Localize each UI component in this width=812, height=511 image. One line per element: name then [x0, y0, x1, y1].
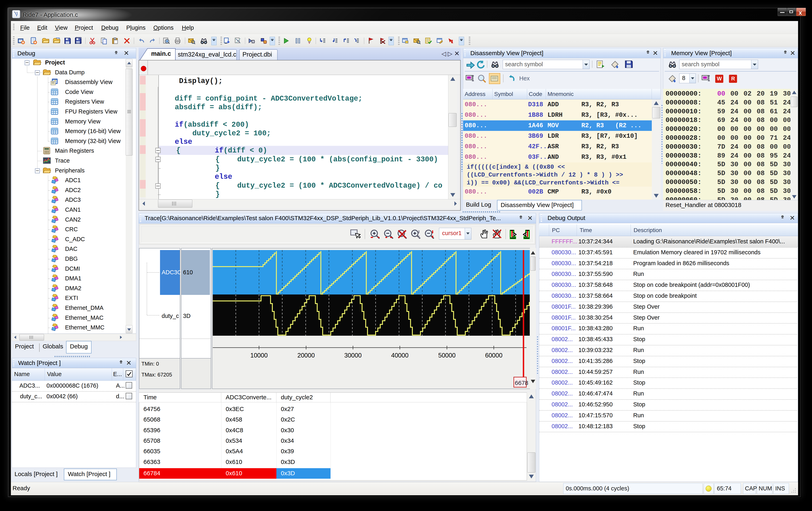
svg-text:1: 1: [451, 38, 454, 44]
